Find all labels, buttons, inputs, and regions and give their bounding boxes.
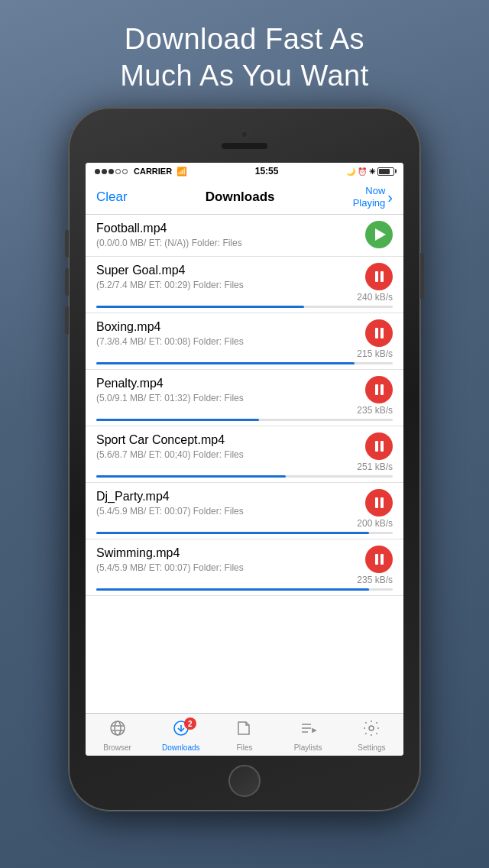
item-name: Dj_Party.mp4 [96,489,357,505]
headline-line1: Download Fast As [125,23,364,55]
item-meta: (5.4/5.9 MB/ ET: 00:07) Folder: Files [96,506,357,517]
pause-button[interactable] [365,489,393,517]
pause-button[interactable] [365,319,393,347]
pause-bar-1 [375,328,378,338]
pause-button[interactable] [365,376,393,403]
item-name: Boxing.mp4 [96,319,357,335]
progress-bar [96,362,355,364]
play-button[interactable] [365,221,393,248]
item-top-row: Sport Car Concept.mp4(5.6/8.7 MB/ ET: 00… [96,432,393,472]
empty-space [86,596,403,688]
item-name: Sport Car Concept.mp4 [96,432,357,449]
item-speed: 240 kB/s [357,292,393,303]
progress-container [96,362,393,364]
downloads-tab-badge: 2 [184,717,196,730]
item-meta: (0.0/0.0 MB/ ET: (N/A)) Folder: Files [96,238,358,248]
tab-item-downloads[interactable]: Downloads2 [149,719,212,752]
status-bar: CARRIER 📶 15:55 🌙 ⏰ ✳ [86,163,403,180]
item-top-row: Football.mp4(0.0/0.0 MB/ ET: (N/A)) Fold… [96,221,393,250]
files-tab-label: Files [236,743,252,752]
now-playing-line1: Now [353,185,386,197]
download-item: Super Goal.mp4(5.2/7.4 MB/ ET: 00:29) Fo… [86,257,403,313]
pause-button[interactable] [365,432,393,460]
pause-bar-2 [381,328,384,338]
playlists-tab-label: Playlists [294,743,322,752]
status-time: 15:55 [255,166,279,177]
item-speed: 235 kB/s [357,405,393,416]
item-right-col [358,221,393,250]
item-name: Super Goal.mp4 [96,263,357,279]
item-name: Penalty.mp4 [96,376,357,392]
svg-point-0 [111,721,125,735]
item-top-row: Penalty.mp4(5.0/9.1 MB/ ET: 01:32) Folde… [96,376,393,416]
item-info: Dj_Party.mp4(5.4/5.9 MB/ ET: 00:07) Fold… [96,489,357,517]
item-top-row: Super Goal.mp4(5.2/7.4 MB/ ET: 00:29) Fo… [96,263,393,303]
playlists-tab-icon [299,719,317,742]
settings-tab-label: Settings [358,743,385,752]
pause-bar-1 [375,384,378,395]
item-meta: (5.4/5.9 MB/ ET: 00:07) Folder: Files [96,562,357,573]
item-right-col: 251 kB/s [357,432,393,472]
nav-title: Downloads [206,189,275,205]
item-info: Boxing.mp4(7.3/8.4 MB/ ET: 00:08) Folder… [96,319,357,347]
clear-button[interactable]: Clear [96,189,128,205]
carrier-label: CARRIER [134,167,172,176]
pause-button[interactable] [365,546,393,573]
signal-dot-2 [102,169,107,174]
download-item: Penalty.mp4(5.0/9.1 MB/ ET: 01:32) Folde… [86,370,403,426]
pause-bar-2 [381,441,384,452]
now-playing-line2: Playing [353,197,386,209]
tab-item-files[interactable]: Files [212,719,276,752]
download-item: Football.mp4(0.0/0.0 MB/ ET: (N/A)) Fold… [86,215,403,257]
pause-bars-icon [375,554,384,565]
item-speed: 215 kB/s [357,348,393,359]
item-right-col: 200 kB/s [357,489,393,529]
progress-bar [96,419,259,421]
download-item: Boxing.mp4(7.3/8.4 MB/ ET: 00:08) Folder… [86,313,403,370]
phone-speaker [222,143,267,149]
browser-tab-label: Browser [103,743,131,752]
pause-button[interactable] [365,263,393,290]
pause-bar-1 [375,271,378,282]
chevron-right-icon: › [387,188,393,206]
pause-bar-2 [381,497,384,508]
item-top-row: Boxing.mp4(7.3/8.4 MB/ ET: 00:08) Folder… [96,319,393,359]
phone-home-button[interactable] [228,765,261,797]
item-speed: 200 kB/s [357,518,393,529]
pause-bar-2 [381,554,384,565]
signal-dot-3 [108,169,114,174]
tab-bar: BrowserDownloads2FilesPlaylistsSettings [86,713,403,756]
download-item: Sport Car Concept.mp4(5.6/8.7 MB/ ET: 00… [86,426,403,483]
progress-bar [96,588,369,591]
tab-item-settings[interactable]: Settings [340,719,403,752]
item-right-col: 240 kB/s [357,263,393,303]
item-speed: 251 kB/s [357,462,393,472]
item-info: Swimming.mp4(5.4/5.9 MB/ ET: 00:07) Fold… [96,546,357,573]
svg-point-10 [369,726,374,730]
tab-item-browser[interactable]: Browser [86,719,149,752]
play-triangle-icon [375,228,386,241]
downloads-tab-label: Downloads [162,743,199,752]
svg-marker-9 [313,729,316,732]
item-info: Sport Car Concept.mp4(5.6/8.7 MB/ ET: 00… [96,432,357,460]
settings-tab-icon [362,719,381,742]
item-meta: (5.2/7.4 MB/ ET: 00:29) Folder: Files [96,280,357,290]
progress-container [96,419,393,421]
alarm-icon: ⏰ [358,167,367,176]
phone-frame: CARRIER 📶 15:55 🌙 ⏰ ✳ Clear Downloads [69,108,420,811]
item-top-row: Dj_Party.mp4(5.4/5.9 MB/ ET: 00:07) Fold… [96,489,393,529]
progress-container [96,475,393,478]
tab-item-playlists[interactable]: Playlists [277,719,340,752]
pause-bar-2 [381,271,384,282]
pause-bar-1 [375,497,378,508]
item-speed: 235 kB/s [357,575,393,585]
progress-bar [96,532,369,534]
now-playing-button[interactable]: Now Playing › [353,185,393,209]
item-meta: (5.0/9.1 MB/ ET: 01:32) Folder: Files [96,393,357,403]
pause-bar-2 [381,384,384,395]
download-item: Dj_Party.mp4(5.4/5.9 MB/ ET: 00:07) Fold… [86,483,403,539]
pause-bars-icon [375,384,384,395]
progress-container [96,588,393,591]
status-left: CARRIER 📶 [95,167,187,177]
nav-bar: Clear Downloads Now Playing › [86,180,403,215]
